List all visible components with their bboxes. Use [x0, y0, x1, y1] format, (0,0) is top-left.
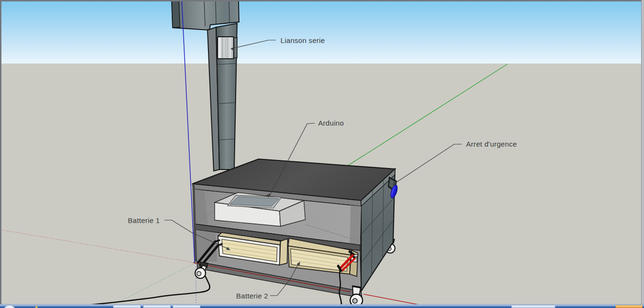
arduino-recess: [230, 197, 279, 206]
taskbar-notification-icon: [35, 306, 38, 308]
window-scrollbar-edge[interactable]: [641, 0, 644, 304]
window-border-top: [0, 0, 644, 1]
annotation-lianson-serie[interactable]: Lianson serie: [280, 37, 325, 44]
taskbar-item-highlighted[interactable]: [615, 305, 643, 308]
start-button[interactable]: [4, 305, 15, 308]
application-window: Lianson serie Arduino Arret d'urgence Ba…: [0, 0, 644, 308]
taskbar-item-1[interactable]: [113, 305, 141, 308]
annotation-arduino[interactable]: Arduino: [318, 119, 344, 127]
window-border-left: [0, 0, 1, 304]
annotation-batterie-1[interactable]: Batterie 1: [128, 217, 160, 224]
taskbar-item-4[interactable]: [511, 305, 555, 308]
taskbar-item-3[interactable]: [173, 305, 200, 308]
taskbar-item-2[interactable]: [143, 305, 171, 308]
annotation-batterie-2[interactable]: Batterie 2: [236, 292, 268, 300]
taskbar[interactable]: [0, 304, 644, 308]
annotation-arret-durgence[interactable]: Arret d'urgence: [466, 140, 517, 148]
3d-viewport[interactable]: [0, 0, 644, 308]
